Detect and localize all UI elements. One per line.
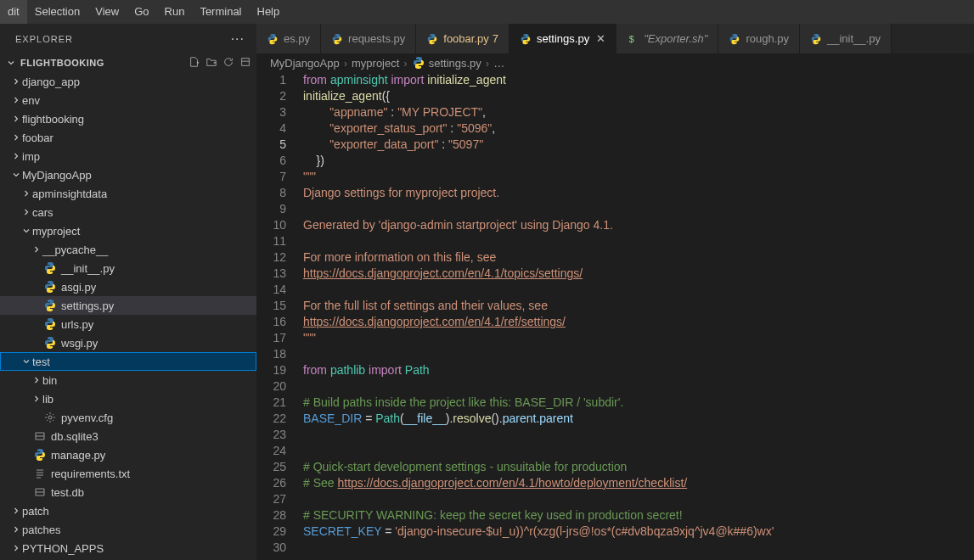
editor-area: es.pyrequests.pyfoobar.py7settings.py✕$"… bbox=[256, 24, 974, 560]
folder-env[interactable]: env bbox=[0, 91, 256, 109]
file-test-db[interactable]: test.db bbox=[0, 483, 256, 501]
py-icon bbox=[42, 317, 58, 331]
tab-requests-py[interactable]: requests.py bbox=[321, 24, 416, 53]
new-file-icon[interactable] bbox=[189, 56, 200, 70]
folder-test[interactable]: test bbox=[0, 352, 256, 371]
crumb-1[interactable]: myproject bbox=[352, 57, 399, 70]
file-urls-py[interactable]: urls.py bbox=[0, 315, 256, 333]
chevron-icon bbox=[31, 375, 42, 385]
tab-label: "Exporter.sh" bbox=[644, 32, 707, 45]
file-db-sqlite3[interactable]: db.sqlite3 bbox=[0, 427, 256, 445]
file-tree: django_appenvflightbookingfoobarimpMyDja… bbox=[0, 72, 256, 560]
tree-label: apminsightdata bbox=[32, 188, 107, 200]
refresh-icon[interactable] bbox=[222, 56, 234, 70]
py-icon bbox=[267, 33, 279, 45]
folder-myproject[interactable]: myproject bbox=[0, 221, 256, 240]
project-header[interactable]: FLIGHTBOOKING bbox=[0, 53, 256, 72]
tree-label: settings.py bbox=[61, 300, 114, 312]
chevron-icon bbox=[20, 356, 32, 367]
crumb-3[interactable]: … bbox=[493, 57, 504, 70]
tree-label: myproject bbox=[32, 225, 80, 238]
menu-selection[interactable]: Selection bbox=[27, 0, 87, 24]
tab-settings-py[interactable]: settings.py✕ bbox=[510, 24, 616, 53]
db-icon bbox=[32, 485, 48, 499]
file-asgi-py[interactable]: asgi.py bbox=[0, 277, 256, 296]
folder---pycache--[interactable]: __pycache__ bbox=[0, 240, 256, 259]
tab-label: foobar.py bbox=[443, 32, 489, 45]
tree-label: MyDjangoApp bbox=[22, 169, 92, 182]
tree-label: asgi.py bbox=[61, 281, 96, 294]
close-icon[interactable]: ✕ bbox=[596, 32, 605, 45]
menu-run[interactable]: Run bbox=[157, 0, 193, 24]
folder-cars[interactable]: cars bbox=[0, 203, 256, 221]
menu-go[interactable]: Go bbox=[127, 0, 156, 24]
crumb-0[interactable]: MyDjangoApp bbox=[270, 57, 340, 70]
tree-label: cars bbox=[32, 206, 53, 219]
folder-django-app[interactable]: django_app bbox=[0, 72, 256, 91]
tree-label: test.db bbox=[51, 486, 84, 499]
explorer-more-icon[interactable]: ··· bbox=[231, 31, 245, 47]
chevron-down-icon bbox=[5, 58, 17, 68]
tree-label: test bbox=[32, 356, 50, 368]
file-wsgi-py[interactable]: wsgi.py bbox=[0, 333, 256, 352]
py-icon bbox=[42, 299, 58, 312]
project-name: FLIGHTBOOKING bbox=[20, 58, 104, 68]
chevron-icon bbox=[10, 151, 22, 161]
menubar: ditSelectionViewGoRunTerminalHelp bbox=[0, 0, 974, 24]
tree-label: urls.py bbox=[61, 318, 93, 331]
file-settings-py[interactable]: settings.py bbox=[0, 296, 256, 315]
file---init---py[interactable]: __init__.py bbox=[0, 259, 256, 277]
tree-label: requirements.txt bbox=[51, 468, 130, 480]
menu-help[interactable]: Help bbox=[250, 0, 288, 24]
tree-label: pyvenv.cfg bbox=[61, 412, 113, 424]
file-requirements-txt[interactable]: requirements.txt bbox=[0, 464, 256, 483]
tab-label: settings.py bbox=[537, 32, 589, 45]
new-folder-icon[interactable] bbox=[205, 56, 217, 70]
tab-rough-py[interactable]: rough.py bbox=[718, 24, 800, 53]
folder-patch[interactable]: patch bbox=[0, 501, 256, 520]
folder-bin[interactable]: bin bbox=[0, 371, 256, 389]
menu-view[interactable]: View bbox=[87, 0, 127, 24]
py-icon bbox=[42, 336, 58, 350]
tree-label: django_app bbox=[22, 76, 80, 88]
tab---init---py[interactable]: __init__.py bbox=[800, 24, 892, 53]
menu-terminal[interactable]: Terminal bbox=[192, 0, 249, 24]
crumb-2[interactable]: settings.py bbox=[429, 57, 481, 70]
code-lines[interactable]: from apminsight import initialize_agenti… bbox=[303, 72, 974, 560]
chevron-icon bbox=[10, 506, 22, 516]
py-icon bbox=[412, 56, 425, 70]
folder-patches[interactable]: patches bbox=[0, 520, 256, 539]
tab-label: __init__.py bbox=[827, 32, 881, 45]
code-editor[interactable]: 1234567891011121314151617181920212223242… bbox=[256, 72, 974, 560]
db-icon bbox=[32, 429, 48, 443]
tree-label: PYTHON_APPS bbox=[22, 542, 104, 555]
file-manage-py[interactable]: manage.py bbox=[0, 445, 256, 464]
folder-python-apps[interactable]: PYTHON_APPS bbox=[0, 539, 256, 557]
folder-imp[interactable]: imp bbox=[0, 147, 256, 165]
menu-dit[interactable]: dit bbox=[0, 0, 27, 24]
folder-apminsightdata[interactable]: apminsightdata bbox=[0, 184, 256, 203]
tab-label: requests.py bbox=[348, 32, 405, 45]
folder-flightbooking[interactable]: flightbooking bbox=[0, 109, 256, 128]
tab-es-py[interactable]: es.py bbox=[256, 24, 321, 53]
tab-modified-badge: 7 bbox=[493, 32, 498, 45]
chevron-right-icon: › bbox=[403, 57, 407, 70]
tree-label: bin bbox=[42, 374, 57, 387]
tab--exporter-sh-[interactable]: $"Exporter.sh" bbox=[616, 24, 718, 53]
py-icon bbox=[42, 261, 58, 275]
chevron-icon bbox=[10, 524, 22, 535]
folder-mydjangoapp[interactable]: MyDjangoApp bbox=[0, 165, 256, 184]
file-pyvenv-cfg[interactable]: pyvenv.cfg bbox=[0, 408, 256, 427]
folder-foobar[interactable]: foobar bbox=[0, 128, 256, 147]
collapse-icon[interactable] bbox=[239, 56, 251, 70]
py-icon bbox=[32, 448, 48, 462]
project-actions bbox=[189, 56, 251, 70]
explorer-title: EXPLORER bbox=[15, 34, 73, 44]
sidebar: EXPLORER ··· FLIGHTBOOKING django_appenv… bbox=[0, 24, 256, 560]
folder-lib[interactable]: lib bbox=[0, 389, 256, 408]
chevron-icon bbox=[10, 543, 22, 553]
tab-foobar-py[interactable]: foobar.py7 bbox=[416, 24, 510, 53]
chevron-icon bbox=[10, 114, 22, 124]
py-icon bbox=[331, 33, 343, 45]
breadcrumb[interactable]: MyDjangoApp›myproject›settings.py›… bbox=[256, 53, 974, 72]
